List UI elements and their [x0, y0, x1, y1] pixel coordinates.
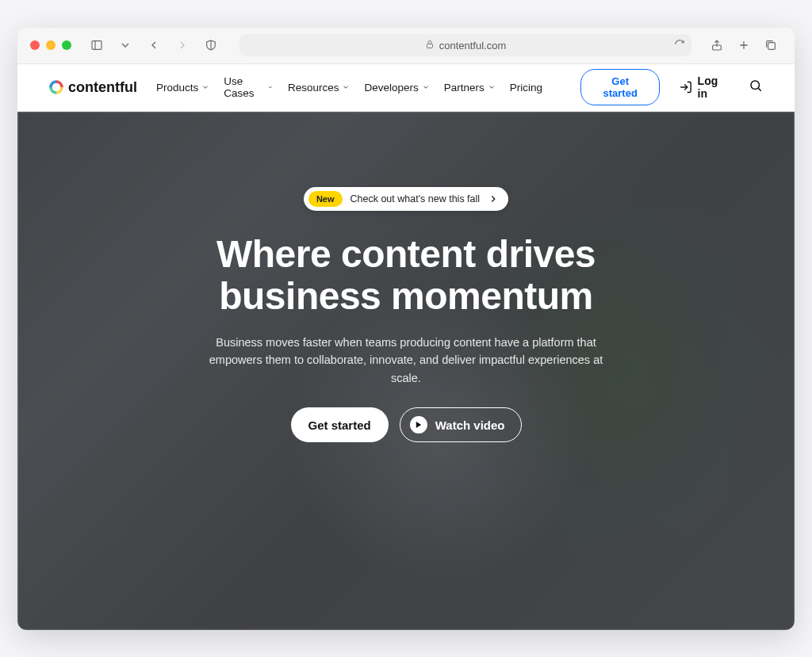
traffic-lights [30, 40, 71, 50]
primary-nav: Products Use Cases Resources Developers … [156, 75, 542, 99]
chevron-down-icon [422, 83, 430, 91]
shield-icon[interactable] [200, 34, 222, 56]
brand-name: contentful [68, 79, 137, 96]
svg-rect-0 [92, 41, 102, 50]
close-window-icon[interactable] [30, 40, 40, 50]
chevron-down-icon [488, 83, 496, 91]
chevron-down-icon [201, 83, 209, 91]
chevron-down-icon [267, 83, 274, 91]
login-icon [679, 80, 692, 94]
nav-label: Resources [288, 82, 339, 94]
nav-label: Pricing [510, 82, 542, 94]
hero-section: New Check out what's new this fall Where… [17, 112, 795, 630]
svg-line-10 [758, 88, 760, 90]
forward-button-icon[interactable] [171, 34, 193, 56]
share-icon[interactable] [706, 34, 728, 56]
hero-content: New Check out what's new this fall Where… [184, 187, 628, 443]
page-content: contentful Products Use Cases Resources … [17, 64, 795, 630]
brand-logo[interactable]: contentful [49, 79, 137, 96]
announcement-text: Check out what's new this fall [350, 193, 481, 204]
site-header: contentful Products Use Cases Resources … [17, 64, 795, 112]
minimize-window-icon[interactable] [46, 40, 56, 50]
play-icon [410, 416, 427, 434]
svg-rect-3 [427, 44, 432, 48]
browser-window: contentful.com contentful [17, 28, 795, 630]
nav-partners[interactable]: Partners [444, 75, 496, 99]
nav-label: Products [156, 82, 198, 94]
login-link[interactable]: Log in [679, 74, 730, 100]
announcement-badge: New [308, 191, 343, 207]
nav-products[interactable]: Products [156, 75, 209, 99]
nav-label: Developers [364, 82, 418, 94]
watch-video-button[interactable]: Watch video [400, 407, 522, 442]
lock-icon [425, 40, 435, 52]
nav-resources[interactable]: Resources [288, 75, 350, 99]
nav-pricing[interactable]: Pricing [510, 75, 542, 99]
svg-rect-7 [768, 43, 776, 50]
get-started-button[interactable]: Get started [580, 69, 660, 105]
logo-icon [49, 80, 63, 94]
search-button[interactable] [749, 78, 763, 96]
maximize-window-icon[interactable] [62, 40, 71, 50]
refresh-icon[interactable] [674, 39, 685, 52]
address-bar-text: contentful.com [439, 40, 507, 52]
chevron-right-icon [488, 193, 499, 204]
hero-get-started-button[interactable]: Get started [291, 407, 389, 442]
new-tab-icon[interactable] [733, 34, 755, 56]
login-label: Log in [698, 74, 730, 100]
tabs-overview-icon[interactable] [760, 34, 782, 56]
watch-video-label: Watch video [435, 418, 505, 432]
nav-label: Partners [444, 82, 485, 94]
nav-developers[interactable]: Developers [364, 75, 429, 99]
browser-chrome: contentful.com [17, 28, 795, 64]
hero-title: Where content drives business momentum [200, 233, 612, 319]
nav-label: Use Cases [224, 75, 264, 99]
address-bar[interactable]: contentful.com [239, 34, 691, 56]
chevron-down-icon [342, 83, 350, 91]
nav-use-cases[interactable]: Use Cases [224, 75, 274, 99]
hero-subtitle: Business moves faster when teams produci… [200, 334, 612, 387]
back-button-icon[interactable] [143, 34, 165, 56]
search-icon [749, 78, 763, 93]
hero-actions: Get started Watch video [200, 407, 612, 442]
hero-title-line1: Where content drives [216, 233, 596, 275]
chevron-down-icon[interactable] [114, 34, 136, 56]
sidebar-toggle-icon[interactable] [86, 34, 108, 56]
announcement-pill[interactable]: New Check out what's new this fall [304, 187, 508, 211]
svg-point-9 [751, 81, 760, 90]
hero-title-line2: business momentum [219, 275, 593, 317]
